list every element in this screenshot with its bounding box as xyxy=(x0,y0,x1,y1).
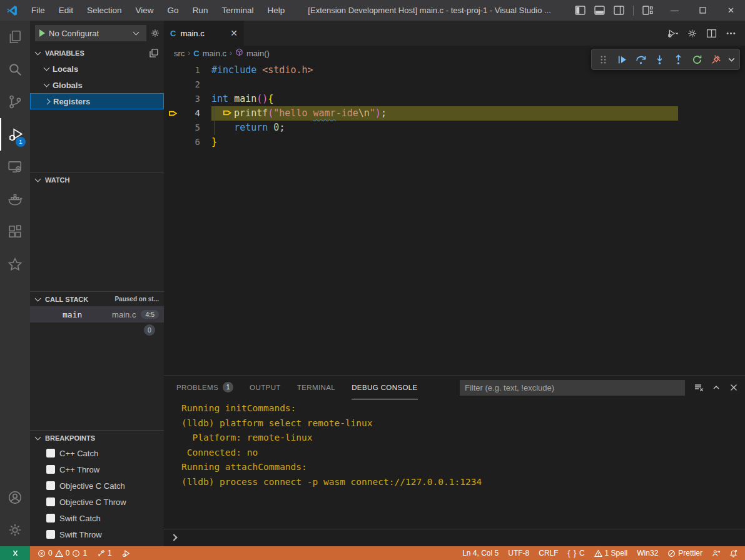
notifications-bell[interactable] xyxy=(726,546,741,560)
breakpoint-checkbox[interactable] xyxy=(46,498,55,506)
drag-grip[interactable] xyxy=(594,51,612,68)
close-icon[interactable] xyxy=(729,382,739,392)
execution-pointer-icon[interactable] xyxy=(164,106,181,121)
variables-row[interactable]: Globals xyxy=(30,77,164,93)
panel-tab[interactable]: TERMINAL xyxy=(297,376,335,399)
gear-icon[interactable] xyxy=(150,28,160,38)
breakpoint-checkbox[interactable] xyxy=(46,481,55,490)
split-editor-icon[interactable] xyxy=(706,28,717,39)
breadcrumb-file[interactable]: main.c xyxy=(203,49,226,58)
docker-icon[interactable] xyxy=(0,183,30,216)
menu-item[interactable]: Terminal xyxy=(215,0,260,21)
console-filter-input[interactable] xyxy=(460,380,685,396)
breakpoint-checkbox[interactable] xyxy=(46,514,55,522)
menu-item[interactable]: Help xyxy=(260,0,291,21)
variables-row[interactable]: Registers xyxy=(30,93,164,109)
glyph-margin[interactable] xyxy=(164,121,181,135)
toggle-secondary-sidebar-icon[interactable] xyxy=(614,6,624,15)
menu-item[interactable]: File xyxy=(24,0,52,21)
breakpoint-row[interactable]: Objective C Catch xyxy=(30,478,164,494)
breakpoint-checkbox[interactable] xyxy=(46,449,55,458)
breakpoint-row[interactable]: C++ Throw xyxy=(30,461,164,478)
close-icon[interactable]: ✕ xyxy=(230,28,238,38)
eol-status[interactable]: CRLF xyxy=(535,546,562,560)
code-line[interactable]: 5 return 0; xyxy=(164,121,745,135)
step-into-icon[interactable] xyxy=(651,51,668,68)
more-actions-icon[interactable] xyxy=(726,28,736,39)
clear-console-icon[interactable] xyxy=(694,382,704,392)
panel-tab[interactable]: PROBLEMS 1 xyxy=(176,376,233,399)
breakpoint-row[interactable]: C++ Catch xyxy=(30,445,164,461)
explorer-icon[interactable] xyxy=(0,21,30,53)
problems-status[interactable]: 0 0 1 xyxy=(34,546,91,560)
close-button[interactable]: ✕ xyxy=(717,0,745,21)
code-line[interactable]: 3int main(){ xyxy=(164,92,745,106)
extensions-icon[interactable] xyxy=(0,216,30,248)
breakpoint-row[interactable]: Swift Throw xyxy=(30,526,164,542)
chevron-down-icon[interactable] xyxy=(726,51,737,68)
maximize-button[interactable] xyxy=(689,0,717,21)
settings-gear-icon[interactable] xyxy=(0,514,30,546)
toggle-panel-icon[interactable] xyxy=(594,6,605,15)
launch-config-dropdown[interactable]: No Configurat xyxy=(35,25,146,41)
restart-icon[interactable] xyxy=(688,51,706,68)
step-out-icon[interactable] xyxy=(669,51,687,68)
stack-frame-row[interactable]: main main.c 4:5 xyxy=(30,306,164,322)
toggle-sidebar-icon[interactable] xyxy=(575,6,585,15)
glyph-margin[interactable] xyxy=(164,135,181,149)
call-stack-section-header[interactable]: CALL STACK Paused on st... xyxy=(30,291,164,306)
breakpoint-checkbox[interactable] xyxy=(46,465,55,474)
menu-item[interactable]: View xyxy=(129,0,161,21)
source-control-icon[interactable] xyxy=(0,86,30,118)
customize-layout-icon[interactable] xyxy=(642,6,653,15)
code-line[interactable]: 2 xyxy=(164,78,745,92)
remote-explorer-icon[interactable] xyxy=(0,151,30,183)
search-icon[interactable] xyxy=(0,53,30,86)
start-debug-icon[interactable] xyxy=(39,29,45,37)
minimize-button[interactable]: — xyxy=(661,0,689,21)
glyph-margin[interactable] xyxy=(164,92,181,106)
variables-section-header[interactable]: VARIABLES xyxy=(30,46,164,61)
menu-item[interactable]: Run xyxy=(186,0,215,21)
panel-tab[interactable]: OUTPUT xyxy=(250,376,281,399)
breakpoints-section-header[interactable]: BREAKPOINTS xyxy=(30,430,164,445)
breadcrumb-folder[interactable]: src xyxy=(174,49,185,58)
breadcrumb-symbol[interactable]: main() xyxy=(246,49,270,58)
cursor-position[interactable]: Ln 4, Col 5 xyxy=(459,546,502,560)
formatter-status[interactable]: Prettier xyxy=(664,546,706,560)
continue-icon[interactable] xyxy=(613,51,631,68)
watch-section-header[interactable]: WATCH xyxy=(30,172,164,187)
run-and-debug-icon[interactable]: 1 xyxy=(0,118,30,151)
glyph-margin[interactable] xyxy=(164,63,181,78)
tools-status[interactable]: 1 xyxy=(93,546,116,560)
chevron-up-icon[interactable] xyxy=(711,382,721,392)
variables-row[interactable]: Locals xyxy=(30,61,164,77)
glyph-margin[interactable] xyxy=(164,78,181,92)
code-line[interactable]: 6} xyxy=(164,135,745,149)
step-over-icon[interactable] xyxy=(632,51,649,68)
platform-status[interactable]: Win32 xyxy=(633,546,662,560)
star-icon[interactable] xyxy=(0,248,30,281)
account-icon[interactable] xyxy=(0,481,30,514)
debug-status[interactable] xyxy=(118,546,134,560)
code-line[interactable]: 4 printf("hello wamr-ide\n"); xyxy=(164,106,745,121)
breakpoint-row[interactable]: Objective C Throw xyxy=(30,494,164,510)
breakpoint-checkbox[interactable] xyxy=(46,530,55,539)
gear-icon[interactable] xyxy=(687,28,697,39)
spell-status[interactable]: 1 Spell xyxy=(590,546,632,560)
feedback-status[interactable] xyxy=(708,546,724,560)
disconnect-icon[interactable] xyxy=(707,51,724,68)
panel-tab[interactable]: DEBUG CONSOLE xyxy=(352,376,418,399)
menu-item[interactable]: Go xyxy=(161,0,186,21)
menu-item[interactable]: Edit xyxy=(52,0,80,21)
remote-indicator[interactable] xyxy=(0,546,30,560)
encoding-status[interactable]: UTF-8 xyxy=(504,546,533,560)
tab-main-c[interactable]: C main.c ✕ xyxy=(164,21,244,46)
run-debug-icon[interactable] xyxy=(667,28,678,39)
debug-console-input[interactable] xyxy=(164,529,745,545)
language-mode[interactable]: { } C xyxy=(564,546,589,560)
menu-item[interactable]: Selection xyxy=(80,0,129,21)
code-editor[interactable]: 1#include <stdio.h>23int main(){4 printf… xyxy=(164,61,745,375)
breakpoint-row[interactable]: Swift Catch xyxy=(30,510,164,526)
collapse-all-icon[interactable] xyxy=(149,48,159,58)
